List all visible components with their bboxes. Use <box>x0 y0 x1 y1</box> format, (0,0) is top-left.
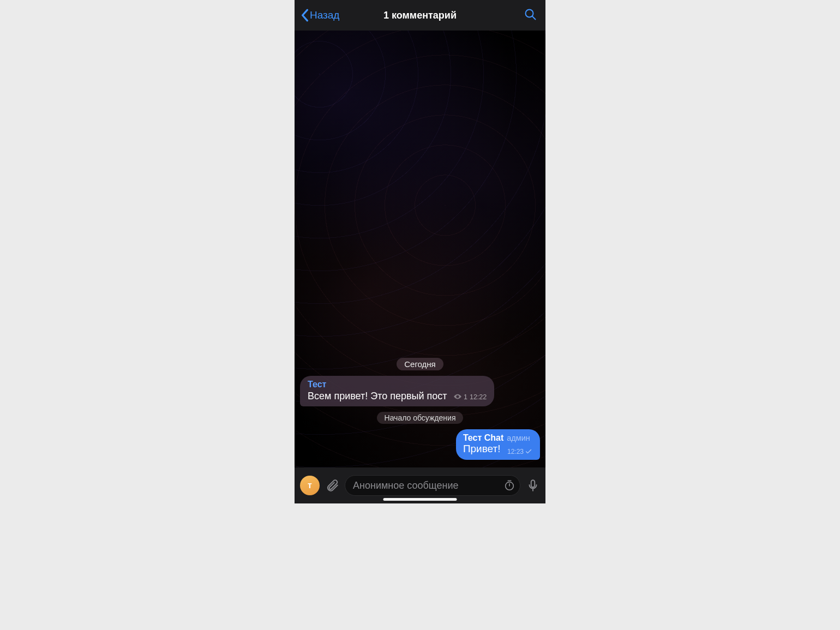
chat-area[interactable]: Сегодня Тест Всем привет! Это первый пос… <box>295 31 545 467</box>
incoming-meta: 1 12:22 <box>454 393 487 401</box>
avatar-initial: т <box>308 481 312 490</box>
views-icon <box>454 393 461 401</box>
home-indicator[interactable] <box>383 498 457 501</box>
read-check-icon <box>525 449 533 454</box>
outgoing-sender-row: Тест Chat админ <box>463 433 533 443</box>
date-separator: Сегодня <box>397 358 443 370</box>
message-input-placeholder: Анонимное сообщение <box>353 480 503 491</box>
attach-button[interactable] <box>325 478 339 493</box>
avatar[interactable]: т <box>300 476 320 495</box>
timer-icon <box>503 479 515 491</box>
chat-header: Назад 1 комментарий <box>295 0 545 31</box>
search-icon <box>524 8 537 21</box>
outgoing-body: Привет! 12:23 <box>463 443 533 455</box>
voice-record-button[interactable] <box>526 478 540 493</box>
svg-rect-5 <box>531 480 535 487</box>
message-input[interactable]: Анонимное сообщение <box>345 475 520 496</box>
chevron-left-icon <box>301 9 309 22</box>
incoming-body: Всем привет! Это первый пост 1 12:22 <box>308 390 487 403</box>
self-destruct-timer-button[interactable] <box>503 479 515 491</box>
back-button[interactable]: Назад <box>301 9 339 22</box>
messages-container: Сегодня Тест Всем привет! Это первый пос… <box>295 31 545 467</box>
outgoing-role: админ <box>507 434 530 442</box>
outgoing-text: Привет! <box>463 443 501 454</box>
outgoing-sender: Тест Chat <box>463 433 503 443</box>
svg-line-1 <box>532 16 536 20</box>
paperclip-icon <box>325 478 339 493</box>
incoming-message[interactable]: Тест Всем привет! Это первый пост 1 12:2… <box>300 376 494 407</box>
microphone-icon <box>526 478 540 493</box>
phone-frame: Назад 1 комментарий Сегодня Тест Всем пр… <box>295 0 545 503</box>
incoming-text: Всем привет! Это первый пост <box>308 391 447 401</box>
incoming-time: 12:22 <box>470 393 487 401</box>
back-label: Назад <box>310 9 339 21</box>
search-button[interactable] <box>521 5 539 25</box>
incoming-sender: Тест <box>308 380 487 389</box>
outgoing-message[interactable]: Тест Chat админ Привет! 12:23 <box>456 429 540 460</box>
incoming-views: 1 <box>464 393 467 401</box>
discussion-start-label: Начало обсуждения <box>377 412 464 424</box>
page-title: 1 комментарий <box>383 10 457 21</box>
outgoing-time: 12:23 <box>507 448 524 455</box>
outgoing-meta: 12:23 <box>507 448 533 455</box>
